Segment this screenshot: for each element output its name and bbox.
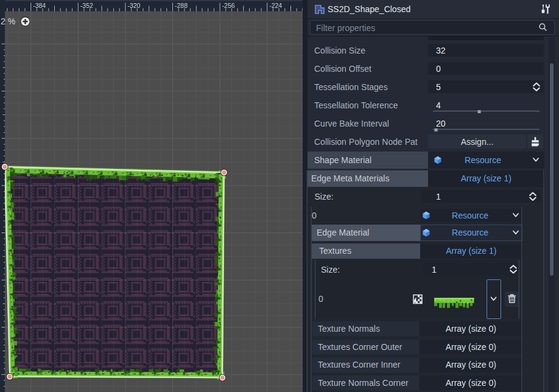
svg-text:-352: -352: [80, 2, 93, 9]
svg-text:-224: -224: [269, 2, 282, 9]
svg-text:-256: -256: [222, 2, 235, 9]
svg-text:2 %: 2 %: [1, 16, 15, 26]
svg-text:-288: -288: [175, 2, 188, 9]
svg-text:-320: -320: [127, 2, 140, 9]
svg-text:-384: -384: [33, 2, 46, 9]
